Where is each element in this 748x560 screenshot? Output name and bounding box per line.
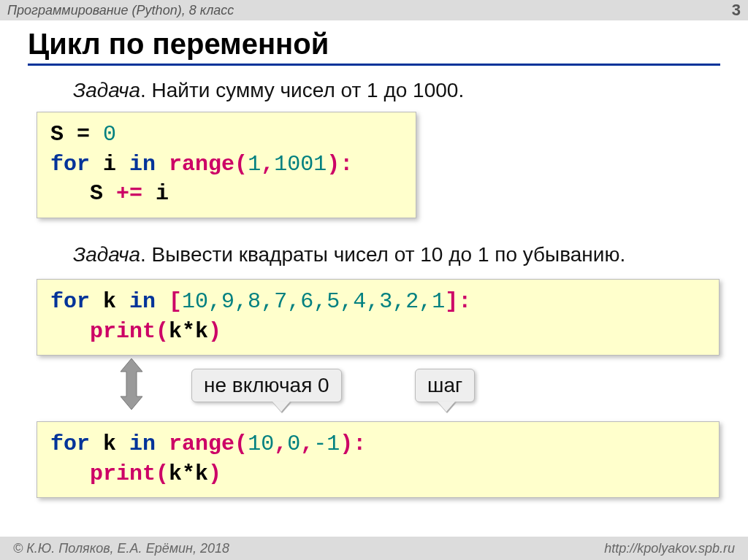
code [50,319,90,344]
page-title: Цикл по переменной [28,28,748,61]
code: ) [340,431,353,456]
code: ( [234,431,248,456]
code: ) [208,319,221,344]
footer-url: http://kpolyakov.spb.ru [604,541,735,556]
code: for [50,431,90,456]
code-block-sum: S = 0 for i in range(1,1001): S += i [37,112,416,218]
task-2-label: Задача [73,243,140,266]
code: k*k [169,319,208,344]
course-label: Программирование (Python), 8 класс [7,3,234,18]
callout-exclude-zero: не включая 0 [191,369,342,402]
code: ] [445,289,458,314]
code-block-range: for k in range(10,0,-1): print(k*k) [37,421,720,498]
code [50,461,90,486]
code: -1 [313,431,340,456]
code: 0 [103,122,116,147]
code: k*k [169,461,208,486]
code: [ [169,289,182,314]
code: 10,9,8,7,6,5,4,3,2,1 [182,289,445,314]
code: i [156,181,169,206]
task-1-text: . Найти сумму чисел от 1 до 1000. [140,79,464,101]
code: 0 [287,431,300,456]
code: = [64,122,103,147]
code: += [103,181,156,206]
code: ) [327,152,340,177]
code: range [169,152,234,177]
code: , [300,431,313,456]
code: ) [208,461,221,486]
code-block-list: for k in [10,9,8,7,6,5,4,3,2,1]: print(k… [37,279,720,356]
footer-copyright: © К.Ю. Поляков, Е.А. Ерёмин, 2018 [13,541,229,556]
code: 1 [248,152,261,177]
footer-bar: © К.Ю. Поляков, Е.А. Ерёмин, 2018 http:/… [0,537,748,560]
title-underline [28,64,720,66]
callout-text: шаг [427,374,462,396]
code: in [129,152,156,177]
code: ( [234,152,248,177]
code [156,289,169,314]
code: ( [156,319,169,344]
code: 10 [248,431,274,456]
task-2: Задача. Вывести квадраты чисел от 10 до … [73,243,625,266]
code: S [90,181,103,206]
code: i [103,152,116,177]
code: 1001 [274,152,327,177]
task-2-text: . Вывести квадраты чисел от 10 до 1 по у… [140,243,625,266]
code: : [340,152,353,177]
code: print [90,319,156,344]
code [116,152,129,177]
code: ( [156,461,169,486]
code: , [261,152,274,177]
code: S [50,122,64,147]
code [90,431,103,456]
code: : [353,431,366,456]
code [90,289,103,314]
header-bar: Программирование (Python), 8 класс 3 [0,0,748,20]
code: k [103,431,116,456]
code: in [129,431,156,456]
code: : [458,289,471,314]
code [90,152,103,177]
code [156,152,169,177]
code: print [90,461,156,486]
code [116,431,129,456]
code [156,431,169,456]
code: , [274,431,287,456]
code: for [50,289,90,314]
double-arrow-icon [117,358,146,410]
task-1: Задача. Найти сумму чисел от 1 до 1000. [73,79,464,102]
slide: Программирование (Python), 8 класс 3 Цик… [0,0,748,560]
code: for [50,152,90,177]
code: in [129,289,156,314]
callout-step: шаг [415,369,475,402]
task-1-label: Задача [73,79,140,101]
code [50,181,90,206]
code: range [169,431,234,456]
page-number: 3 [732,1,741,20]
code [116,289,129,314]
callout-text: не включая 0 [204,374,329,396]
code: k [103,289,116,314]
